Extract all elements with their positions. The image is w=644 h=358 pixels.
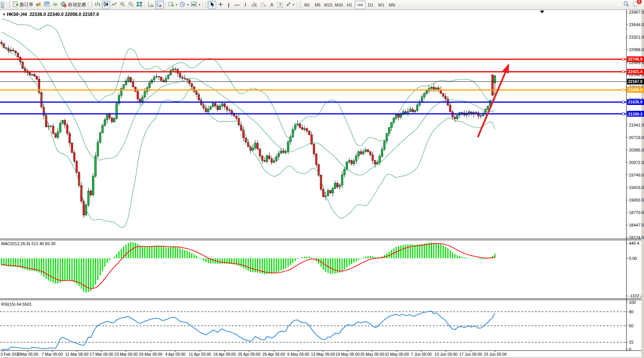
candlestick <box>379 156 381 163</box>
level-handle[interactable] <box>622 101 624 103</box>
trendline-tool-button[interactable]: / <box>241 1 249 9</box>
chat-unread-badge: 1 <box>637 0 642 4</box>
candlestick <box>344 169 346 175</box>
macd-histogram-bar <box>335 258 336 274</box>
autoscroll-button[interactable] <box>147 1 155 9</box>
arrows-tool-button[interactable]: ▾ <box>284 1 295 9</box>
candlestick <box>104 120 106 125</box>
price-axis-label: 18770.5 <box>629 210 644 215</box>
level-handle[interactable] <box>622 70 624 73</box>
macd-histogram-bar <box>107 258 108 263</box>
macd-histogram-bar <box>168 247 169 258</box>
chart-shift-marker-icon[interactable] <box>540 11 544 13</box>
zoom-out-button[interactable] <box>127 1 135 9</box>
alerts-button[interactable] <box>34 1 43 9</box>
dropdown-caret-icon: ▾ <box>187 3 189 6</box>
timeframe-button-h4[interactable]: H4 <box>355 1 365 9</box>
candlestick <box>90 191 92 195</box>
time-axis-label: 17 Mar 05:00 <box>90 352 113 356</box>
line-chart-mode-button[interactable] <box>110 1 119 9</box>
candlestick <box>64 120 66 125</box>
symbol-info-line: ▼HK50-,H4 22336.0 22340.0 22056.0 22167.… <box>2 12 99 17</box>
candlestick <box>111 118 113 122</box>
bar-chart-mode-button[interactable] <box>94 1 102 9</box>
candlestick <box>214 103 216 106</box>
text-tool-button[interactable]: A <box>268 1 276 9</box>
macd-histogram-bar <box>302 257 303 258</box>
collapse-triangle-icon[interactable]: ▼ <box>2 13 6 16</box>
macd-histogram-bar <box>283 258 284 270</box>
price-axis-label: 23321.0 <box>629 35 644 39</box>
time-axis-label: 31 May 05:00 <box>385 352 409 356</box>
candlestick <box>12 50 14 51</box>
market-watch-button[interactable] <box>43 1 51 9</box>
toolbar-separator <box>165 1 166 9</box>
equidistant-channel-icon: E <box>251 2 257 8</box>
macd-histogram-bar <box>271 258 272 274</box>
level-handle[interactable] <box>622 113 624 115</box>
level-handle[interactable] <box>622 58 624 60</box>
macd-histogram-bar <box>450 250 451 258</box>
macd-histogram-bar <box>205 258 206 262</box>
macd-histogram-bar <box>184 250 185 258</box>
templates-button[interactable]: ▾ <box>190 1 201 9</box>
macd-histogram-bar <box>163 247 164 258</box>
macd-histogram-bar <box>133 242 134 258</box>
timeframe-button-d1[interactable]: D1 <box>365 1 376 9</box>
level-handle[interactable] <box>622 89 624 91</box>
fibonacci-icon: F <box>260 2 267 8</box>
candlestick <box>301 127 303 130</box>
timeframe-button-m15[interactable]: M15 <box>323 1 334 9</box>
text-label-tool-button[interactable]: T <box>276 1 284 9</box>
macd-histogram-bar <box>137 244 138 258</box>
candlestick <box>52 126 54 134</box>
macd-histogram-bar <box>358 258 359 260</box>
vertical-line-tool-button[interactable]: | <box>225 1 233 9</box>
zoom-in-button[interactable] <box>119 1 127 9</box>
periods-button[interactable]: ▾ <box>178 1 190 9</box>
timeframe-button-m1[interactable]: M1 <box>302 1 312 9</box>
macd-histogram-bar <box>332 258 333 274</box>
new-order-button[interactable]: 新订单 <box>11 1 34 9</box>
macd-histogram-bar <box>198 257 200 258</box>
timeframe-button-m30[interactable]: M30 <box>334 1 344 9</box>
macd-histogram-bar <box>323 258 324 270</box>
new-chart-button[interactable]: ▾ <box>167 1 178 9</box>
candlestick <box>444 96 446 99</box>
bollinger-layer <box>2 19 495 228</box>
candlestick <box>87 191 89 205</box>
channel-tool-button[interactable]: E <box>249 1 259 9</box>
macd-histogram-bar <box>478 258 479 259</box>
timeframe-button-h1[interactable]: H1 <box>344 1 355 9</box>
candlestick <box>128 77 129 81</box>
toolbar-grip <box>205 2 207 8</box>
tile-windows-button[interactable] <box>135 1 143 9</box>
macd-histogram-bar <box>212 258 214 264</box>
timeframe-button-w1[interactable]: W1 <box>376 1 387 9</box>
symbol-ohlc-text: HK50-,H4 22336.0 22340.0 22056.0 22167.0 <box>7 12 99 17</box>
macd-histogram-bar <box>245 258 246 269</box>
macd-histogram-bar <box>95 258 96 285</box>
timeframe-button-m5[interactable]: M5 <box>312 1 323 9</box>
cursor-tool-button[interactable] <box>208 1 216 9</box>
autotrade-button[interactable]: 自动交易 <box>59 1 87 9</box>
crosshair-tool-button[interactable] <box>216 1 225 9</box>
new-order-label: 新订单 <box>20 2 33 8</box>
chat-button[interactable]: 1 <box>633 1 639 9</box>
chart-canvas[interactable]: 440.40.00-1102.21100805015023967.023644.… <box>0 10 644 358</box>
horizontal-line-tool-button[interactable]: — <box>233 1 241 9</box>
search-icon[interactable] <box>623 1 630 9</box>
candlestick <box>398 115 399 117</box>
macd-histogram-bar <box>172 247 173 258</box>
macd-histogram-bar <box>50 258 51 282</box>
timeframe-button-mn[interactable]: MN <box>387 1 397 9</box>
macd-histogram-bar <box>464 257 465 258</box>
macd-histogram-bar <box>55 258 56 284</box>
macd-histogram-bar <box>285 258 286 269</box>
candlestick-mode-button[interactable] <box>102 1 110 9</box>
candlestick <box>421 97 423 102</box>
macd-histogram-bar <box>149 246 150 258</box>
fibonacci-tool-button[interactable]: F <box>259 1 268 9</box>
signals-button[interactable] <box>51 1 59 9</box>
chart-shift-button[interactable] <box>155 1 164 9</box>
